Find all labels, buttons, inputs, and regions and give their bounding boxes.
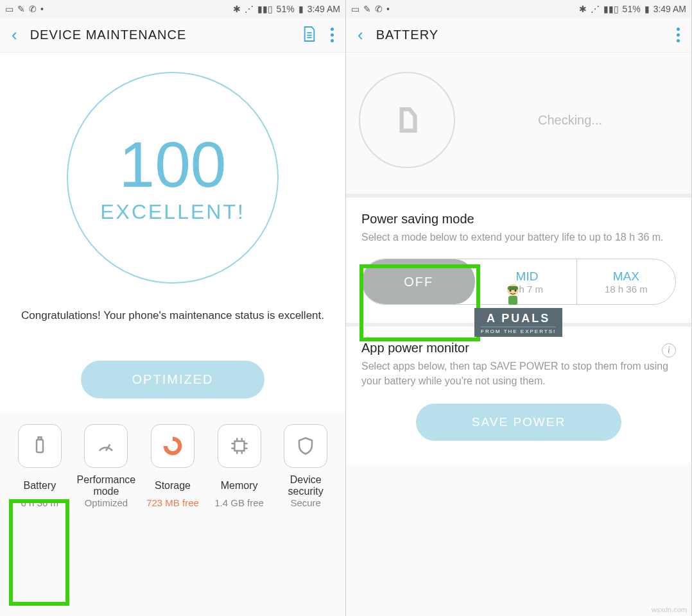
section-desc: Select a mode below to extend your batte…	[361, 230, 676, 244]
nav-label: Memory	[221, 474, 258, 497]
gallery-icon: ▭	[5, 4, 13, 14]
more-icon[interactable]	[677, 28, 680, 42]
score-grade: EXCELLENT!	[100, 200, 245, 224]
nav-sub: Secure	[290, 497, 321, 508]
save-power-button[interactable]: SAVE POWER	[416, 404, 621, 441]
report-icon[interactable]	[302, 26, 316, 45]
section-heading: App power monitor	[361, 341, 662, 355]
svg-rect-4	[234, 441, 244, 451]
nav-label: Storage	[155, 474, 191, 497]
battery-icon: ▮	[298, 4, 304, 14]
brand-name: A PUALS	[481, 312, 556, 325]
nav-sub: 1.4 GB free	[214, 497, 264, 508]
nav-label: Device security	[275, 474, 336, 497]
status-bar: ▭ ✎ ✆ • ✱ ⋰ ▮▮▯ 51% ▮ 3:49 AM	[0, 0, 345, 18]
mascot-icon	[500, 281, 526, 307]
battery-icon: ▮	[644, 4, 650, 14]
clock: 3:49 AM	[653, 4, 686, 14]
nav-performance[interactable]: Performance mode Optimized	[76, 424, 136, 508]
page-title: BATTERY	[376, 28, 677, 42]
section-desc: Select apps below, then tap SAVE POWER t…	[361, 359, 676, 388]
battery-icon	[30, 436, 49, 456]
checking-text: Checking...	[481, 113, 679, 128]
nav-security[interactable]: Device security Secure	[275, 424, 336, 508]
battery-pct: 51%	[623, 4, 641, 14]
dot-icon: •	[386, 4, 390, 14]
gallery-icon: ▭	[351, 4, 359, 14]
power-mode-max[interactable]: MAX 18 h 36 m	[577, 259, 675, 304]
congrats-text: Congratulations! Your phone's maintenanc…	[0, 309, 345, 322]
storage-icon	[163, 436, 182, 456]
device-maintenance-screen: ▭ ✎ ✆ • ✱ ⋰ ▮▮▯ 51% ▮ 3:49 AM ‹ DEVICE M…	[0, 0, 346, 616]
power-mode-off[interactable]: OFF	[362, 259, 478, 304]
nav-sub: Optimized	[85, 497, 128, 508]
optimized-button[interactable]: OPTIMIZED	[81, 361, 265, 398]
whatsapp-icon: ✆	[375, 4, 383, 14]
mode-label: MAX	[613, 270, 639, 284]
watermark-logo: A PUALS FROM THE EXPERTS!	[474, 308, 562, 337]
battery-pct: 51%	[277, 4, 295, 14]
draft-icon: ✎	[363, 4, 371, 14]
bluetooth-icon: ✱	[233, 4, 241, 14]
maintenance-content: 100 EXCELLENT! Congratulations! Your pho…	[0, 53, 345, 411]
svg-point-3	[166, 439, 180, 454]
brand-tagline: FROM THE EXPERTS!	[481, 327, 556, 334]
battery-progress-circle	[359, 72, 455, 168]
battery-summary: Checking...	[346, 53, 691, 198]
bottom-nav: Battery 6 h 36 m Performance mode Optimi…	[0, 411, 345, 508]
dot-icon: •	[40, 4, 44, 14]
back-button[interactable]: ‹	[358, 25, 363, 45]
wifi-icon: ⋰	[591, 4, 600, 14]
score-value: 100	[119, 132, 227, 196]
clock: 3:49 AM	[307, 4, 340, 14]
nav-sub: 723 MB free	[146, 497, 199, 508]
page-title: DEVICE MAINTENANCE	[30, 28, 302, 42]
nav-battery[interactable]: Battery 6 h 36 m	[10, 424, 70, 508]
score-circle: 100 EXCELLENT!	[67, 72, 279, 284]
mode-estimate: 18 h 36 m	[605, 284, 648, 295]
nav-label: Performance mode	[76, 474, 136, 497]
app-bar: ‹ BATTERY	[346, 18, 691, 53]
nav-storage[interactable]: Storage 723 MB free	[143, 424, 203, 508]
app-monitor-section: App power monitor i Select apps below, t…	[346, 327, 691, 465]
svg-rect-17	[508, 296, 517, 305]
power-mode-mid[interactable]: MID 8 h 7 m	[478, 259, 576, 304]
document-icon	[391, 104, 423, 136]
app-bar: ‹ DEVICE MAINTENANCE	[0, 18, 345, 53]
back-button[interactable]: ‹	[12, 25, 17, 45]
signal-icon: ▮▮▯	[257, 4, 273, 14]
section-heading: Power saving mode	[361, 212, 676, 227]
svg-point-15	[510, 290, 512, 292]
source-watermark: wsxdn.com	[652, 606, 687, 613]
annotation-highlight	[9, 499, 69, 606]
draft-icon: ✎	[17, 4, 25, 14]
info-icon[interactable]: i	[662, 343, 676, 357]
svg-rect-1	[38, 437, 41, 440]
more-icon[interactable]	[331, 28, 334, 42]
nav-label: Battery	[23, 474, 56, 497]
nav-sub: 6 h 36 m	[21, 497, 58, 508]
wifi-icon: ⋰	[245, 4, 254, 14]
battery-screen: ▭ ✎ ✆ • ✱ ⋰ ▮▮▯ 51% ▮ 3:49 AM ‹ BATTERY …	[346, 0, 692, 616]
signal-icon: ▮▮▯	[603, 4, 619, 14]
shield-icon	[296, 436, 315, 456]
svg-rect-0	[37, 440, 43, 452]
nav-memory[interactable]: Memory 1.4 GB free	[209, 424, 270, 508]
whatsapp-icon: ✆	[29, 4, 37, 14]
gauge-icon	[96, 436, 116, 456]
svg-rect-14	[508, 286, 518, 290]
svg-point-16	[515, 290, 517, 292]
status-bar: ▭ ✎ ✆ • ✱ ⋰ ▮▮▯ 51% ▮ 3:49 AM	[346, 0, 691, 18]
bluetooth-icon: ✱	[579, 4, 587, 14]
mode-label: OFF	[404, 275, 433, 289]
chip-icon	[230, 436, 249, 456]
